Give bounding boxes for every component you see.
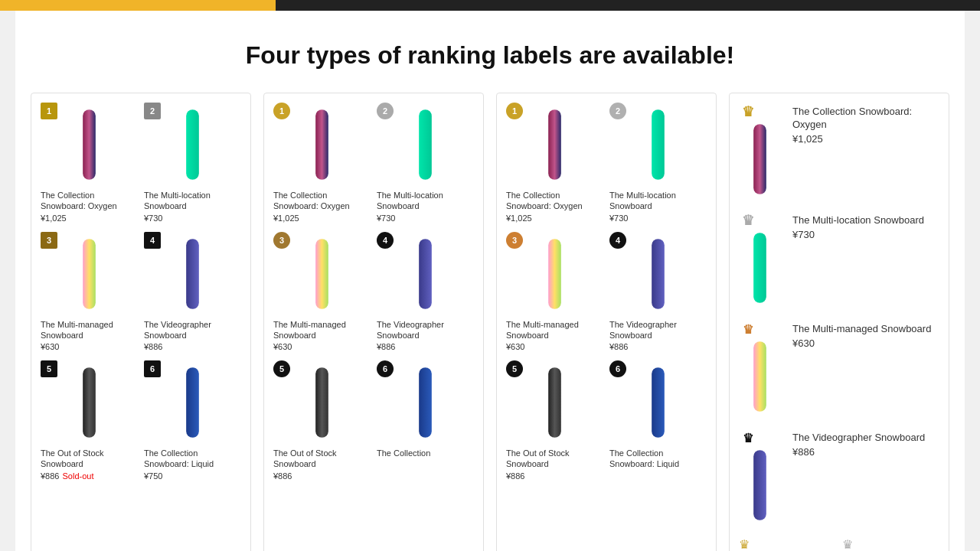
circle-row-2: 3 The Multi-managed Snowboard ¥630 4 The… bbox=[273, 232, 474, 352]
product-name-2: The Multi-location Snowboard bbox=[144, 190, 241, 212]
coin-name-4: The Videographer Snowboard bbox=[609, 319, 707, 341]
rank-badge-6: 6 bbox=[144, 360, 161, 377]
circle-price-5: ¥886 bbox=[273, 471, 371, 481]
coin-row-1: 1 The Collection Snowboard: Oxygen ¥1,02… bbox=[506, 103, 707, 223]
coin-item-5: 5 The Out of Stock Snowboard ¥886 bbox=[506, 360, 603, 481]
coin-name-5: The Out of Stock Snowboard bbox=[506, 448, 603, 470]
product-item-4: 4 The Videographer Snowboard ¥886 bbox=[144, 232, 241, 352]
product-name-5: The Out of Stock Snowboard bbox=[41, 448, 138, 470]
circle-row-3: 5 The Out of Stock Snowboard ¥886 6 The … bbox=[273, 360, 474, 481]
crown-item-6: ♛ The Collection bbox=[842, 537, 939, 551]
svg-rect-2 bbox=[83, 239, 96, 309]
svg-rect-7 bbox=[419, 109, 432, 180]
svg-rect-13 bbox=[652, 109, 665, 180]
crown-info-1: The Collection Snowboard: Oxygen ¥1,025 bbox=[792, 103, 939, 145]
circle-item-3: 3 The Multi-managed Snowboard ¥630 bbox=[273, 232, 371, 352]
product-name-6: The Collection Snowboard: Liquid bbox=[144, 448, 241, 470]
rank-badge-1: 1 bbox=[41, 103, 57, 119]
crown-entry-1: ♛ The Collection Snowboard: Oxygen ¥1,02… bbox=[739, 103, 939, 201]
crown-badge-4: ♛ bbox=[739, 429, 757, 447]
coin-item-6: 6 The Collection Snowboard: Liquid bbox=[609, 360, 707, 471]
crown-info-2: The Multi-location Snowboard ¥730 bbox=[792, 211, 939, 240]
crown-price-3: ¥630 bbox=[792, 337, 939, 349]
coin-name-3: The Multi-managed Snowboard bbox=[506, 319, 603, 341]
product-item-2: 2 The Multi-location Snowboard ¥730 bbox=[144, 103, 241, 223]
crown-entry-2: ♛ The Multi-location Snowboard ¥730 bbox=[739, 211, 939, 309]
svg-rect-19 bbox=[753, 233, 766, 303]
circle-item-5: 5 The Out of Stock Snowboard ¥886 bbox=[273, 360, 371, 481]
circle-price-3: ¥630 bbox=[273, 342, 371, 351]
product-item-5: 5 The Out of Stock Snowboard ¥886Sold-ou… bbox=[41, 360, 138, 481]
svg-rect-18 bbox=[753, 124, 766, 194]
coin-badge-2: 2 bbox=[609, 103, 626, 119]
svg-rect-4 bbox=[83, 367, 96, 438]
circle-name-2: The Multi-location Snowboard bbox=[377, 190, 474, 212]
rank-badge-4: 4 bbox=[144, 232, 161, 249]
svg-rect-20 bbox=[753, 341, 766, 412]
product-price-6: ¥750 bbox=[144, 471, 241, 481]
circle-price-1: ¥1,025 bbox=[273, 214, 371, 223]
product-item-6: 6 The Collection Snowboard: Liquid ¥750 bbox=[144, 360, 241, 481]
panel-circle: 1 The Collection Snowboard: Oxygen ¥1,02… bbox=[263, 93, 484, 551]
coin-badge-3: 3 bbox=[506, 232, 523, 249]
crown-info-4: The Videographer Snowboard ¥886 bbox=[792, 429, 939, 458]
circle-name-1: The Collection Snowboard: Oxygen bbox=[273, 190, 371, 212]
sold-out-label: Sold-out bbox=[62, 471, 93, 481]
coin-price-1: ¥1,025 bbox=[506, 214, 603, 223]
circle-item-6: 6 The Collection bbox=[377, 360, 474, 460]
product-row-3: 5 The Out of Stock Snowboard ¥886Sold-ou… bbox=[41, 360, 241, 481]
circle-name-5: The Out of Stock Snowboard bbox=[273, 448, 371, 470]
svg-rect-0 bbox=[83, 109, 96, 180]
svg-rect-12 bbox=[548, 109, 561, 180]
crown-name-4: The Videographer Snowboard bbox=[792, 432, 939, 445]
crown-entry-4: ♛ The Videographer Snowboard ¥886 bbox=[739, 429, 939, 527]
coin-badge-4: 4 bbox=[609, 232, 626, 249]
crown-badge-1: ♛ bbox=[739, 103, 757, 121]
circle-badge-4: 4 bbox=[377, 232, 394, 249]
product-price-3: ¥630 bbox=[41, 342, 138, 351]
coin-price-4: ¥886 bbox=[609, 342, 707, 351]
product-row-1: 1 The Collection Snowboard: Oxygen ¥1,02… bbox=[41, 103, 241, 223]
crown-info-3: The Multi-managed Snowboard ¥630 bbox=[792, 320, 939, 349]
panel-crown: ♛ The Collection Snowboard: Oxygen ¥1,02… bbox=[729, 93, 949, 551]
product-item-1: 1 The Collection Snowboard: Oxygen ¥1,02… bbox=[41, 103, 138, 223]
coin-row-2: 3 The Multi-managed Snowboard ¥630 4 The… bbox=[506, 232, 707, 352]
coin-price-2: ¥730 bbox=[609, 214, 707, 223]
svg-rect-9 bbox=[419, 239, 432, 309]
svg-rect-14 bbox=[548, 239, 561, 309]
crown-badge-wrap-1: ♛ bbox=[739, 103, 785, 201]
svg-rect-15 bbox=[652, 239, 665, 309]
circle-row-1: 1 The Collection Snowboard: Oxygen ¥1,02… bbox=[273, 103, 474, 223]
coin-name-6: The Collection Snowboard: Liquid bbox=[609, 448, 707, 470]
crown-price-4: ¥886 bbox=[792, 446, 939, 458]
page-wrapper: Four types of ranking labels are availab… bbox=[15, 11, 965, 551]
crown-badge-5: ♛ bbox=[739, 537, 750, 551]
circle-name-3: The Multi-managed Snowboard bbox=[273, 319, 371, 341]
rank-badge-5: 5 bbox=[41, 360, 57, 377]
product-price-4: ¥886 bbox=[144, 342, 241, 351]
crown-price-1: ¥1,025 bbox=[792, 133, 939, 145]
circle-price-2: ¥730 bbox=[377, 214, 474, 223]
svg-rect-8 bbox=[315, 239, 328, 309]
crown-badge-wrap-4: ♛ bbox=[739, 429, 785, 527]
coin-item-3: 3 The Multi-managed Snowboard ¥630 bbox=[506, 232, 603, 352]
svg-rect-11 bbox=[419, 367, 432, 438]
crown-row-56: ♛ The Out of Stock Snowboard ♛ The Colle… bbox=[739, 537, 939, 551]
svg-rect-3 bbox=[186, 239, 199, 309]
coin-item-1: 1 The Collection Snowboard: Oxygen ¥1,02… bbox=[506, 103, 603, 223]
top-bar-dark bbox=[276, 0, 980, 11]
rank-badge-3: 3 bbox=[41, 232, 57, 249]
svg-rect-17 bbox=[652, 367, 665, 438]
crown-entry-3: ♛ The Multi-managed Snowboard ¥630 bbox=[739, 320, 939, 418]
circle-badge-3: 3 bbox=[273, 232, 290, 249]
product-name-4: The Videographer Snowboard bbox=[144, 319, 241, 341]
crown-badge-3: ♛ bbox=[739, 320, 757, 338]
circle-price-4: ¥886 bbox=[377, 342, 474, 351]
product-row-2: 3 The Multi-managed Snowboard ¥630 4 The… bbox=[41, 232, 241, 352]
crown-img-5 bbox=[739, 537, 836, 551]
circle-item-2: 2 The Multi-location Snowboard ¥730 bbox=[377, 103, 474, 223]
crown-name-2: The Multi-location Snowboard bbox=[792, 214, 939, 227]
coin-name-2: The Multi-location Snowboard bbox=[609, 190, 707, 212]
page-title: Four types of ranking labels are availab… bbox=[31, 41, 949, 70]
product-name-1: The Collection Snowboard: Oxygen bbox=[41, 190, 138, 212]
